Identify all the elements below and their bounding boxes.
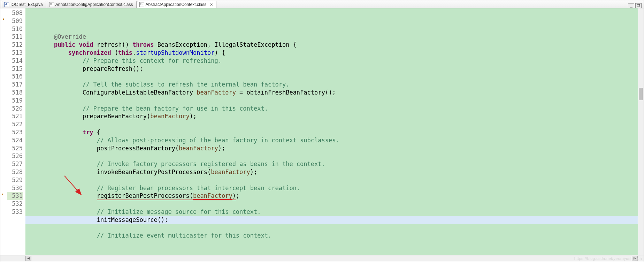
code-line[interactable] <box>25 200 638 208</box>
override-marker-icon[interactable]: ▲ <box>2 17 5 21</box>
tab-annotationcontext[interactable]: AnnotationConfigApplicationContext.class <box>47 1 137 8</box>
code-line[interactable]: // Initialize event multicaster for this… <box>25 232 638 240</box>
tab-label: AnnotationConfigApplicationContext.class <box>55 2 133 7</box>
code-line[interactable]: ConfigurableListableBeanFactory beanFact… <box>25 89 638 97</box>
annotation-ruler[interactable]: ▲ ▸ <box>0 8 7 255</box>
line-number-gutter[interactable]: 5085095105115125135145155165175185195205… <box>7 8 25 255</box>
java-file-icon <box>4 2 9 7</box>
editor-window-buttons: ▁ ❐ <box>628 3 644 8</box>
code-line[interactable]: // Initialize message source for this co… <box>25 208 638 216</box>
maximize-button[interactable]: ❐ <box>635 3 642 8</box>
code-line[interactable]: // Prepare the bean factory for use in t… <box>25 105 638 113</box>
code-line[interactable] <box>25 120 638 128</box>
tab-label: AbstractApplicationContext.class <box>146 2 207 7</box>
tab-abstractcontext[interactable]: AbstractApplicationContext.class ✕ <box>137 1 217 8</box>
class-file-icon <box>49 2 54 7</box>
class-file-icon <box>139 2 144 7</box>
watermark-text: https://blog.csdn.net/yeranyushu_ph <box>574 256 642 261</box>
editor-body: ▲ ▸ 508509510511512513514515516517518519… <box>0 8 644 255</box>
code-line[interactable]: synchronized (this.startupShutdownMonito… <box>25 49 638 57</box>
code-line[interactable]: public void refresh() throws BeansExcept… <box>25 41 638 49</box>
code-line[interactable]: registerBeanPostProcessors(beanFactory); <box>25 192 638 200</box>
code-line[interactable] <box>25 152 638 160</box>
code-line[interactable]: // Register bean processors that interce… <box>25 184 638 192</box>
code-line[interactable]: prepareRefresh(); <box>25 65 638 73</box>
code-line[interactable]: invokeBeanFactoryPostProcessors(beanFact… <box>25 168 638 176</box>
code-line[interactable]: // Allows post-processing of the bean fa… <box>25 136 638 144</box>
code-line[interactable]: initMessageSource(); <box>25 216 638 224</box>
code-line[interactable]: // Prepare this context for refreshing. <box>25 57 638 65</box>
minimize-button[interactable]: ▁ <box>628 3 634 8</box>
code-line[interactable] <box>25 73 638 81</box>
code-line[interactable]: prepareBeanFactory(beanFactory); <box>25 112 638 120</box>
tab-label: IOCTest_Ext.java <box>10 2 43 7</box>
code-line[interactable]: @Override <box>25 33 638 41</box>
tab-ioctest[interactable]: IOCTest_Ext.java <box>2 1 46 8</box>
scroll-left-button[interactable]: ◀ <box>25 256 31 261</box>
editor-tabs: IOCTest_Ext.java AnnotationConfigApplica… <box>0 0 644 8</box>
vertical-scrollbar[interactable] <box>638 8 644 255</box>
code-line[interactable]: // Invoke factory processors registered … <box>25 160 638 168</box>
horizontal-scrollbar[interactable]: ◀ ▶ <box>0 255 644 261</box>
code-editor[interactable]: @Override public void refresh() throws B… <box>25 8 638 255</box>
code-line[interactable] <box>25 176 638 184</box>
code-line[interactable]: try { <box>25 128 638 136</box>
breakpoint-marker-icon[interactable]: ▸ <box>2 192 3 196</box>
code-line[interactable]: postProcessBeanFactory(beanFactory); <box>25 144 638 152</box>
code-line[interactable] <box>25 97 638 105</box>
code-line[interactable]: // Tell the subclass to refresh the inte… <box>25 81 638 89</box>
close-icon[interactable]: ✕ <box>210 2 213 7</box>
scrollbar-thumb[interactable] <box>639 88 643 100</box>
code-line[interactable] <box>25 224 638 232</box>
